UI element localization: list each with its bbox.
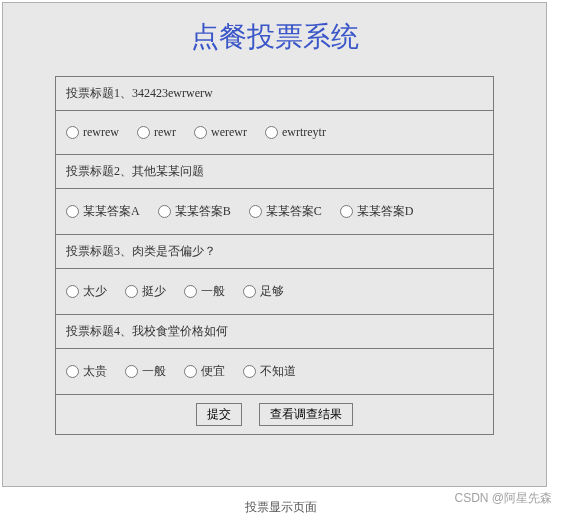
watermark: CSDN @阿星先森 [454, 490, 552, 507]
option-item[interactable]: 不知道 [243, 363, 296, 380]
option-item[interactable]: rewrew [66, 125, 119, 140]
options-row-4: 太贵 一般 便宜 不知道 [56, 349, 493, 395]
view-results-button[interactable]: 查看调查结果 [259, 403, 353, 426]
radio-input[interactable] [184, 285, 197, 298]
question-label-1: 投票标题1、342423ewrwerw [56, 77, 493, 111]
radio-input[interactable] [340, 205, 353, 218]
option-item[interactable]: 便宜 [184, 363, 225, 380]
option-label: 挺少 [142, 283, 166, 300]
radio-input[interactable] [243, 365, 256, 378]
radio-input[interactable] [125, 285, 138, 298]
radio-input[interactable] [243, 285, 256, 298]
option-item[interactable]: 足够 [243, 283, 284, 300]
page-title: 点餐投票系统 [3, 3, 546, 76]
radio-input[interactable] [66, 126, 79, 139]
question-label-4: 投票标题4、我校食堂价格如何 [56, 315, 493, 349]
button-row: 提交 查看调查结果 [56, 395, 493, 434]
option-item[interactable]: 一般 [184, 283, 225, 300]
radio-input[interactable] [137, 126, 150, 139]
radio-input[interactable] [66, 285, 79, 298]
radio-input[interactable] [125, 365, 138, 378]
option-item[interactable]: 太少 [66, 283, 107, 300]
option-label: rewrew [83, 125, 119, 140]
options-row-1: rewrew rewr werewr ewrtreytr [56, 111, 493, 155]
radio-input[interactable] [158, 205, 171, 218]
vote-form: 投票标题1、342423ewrwerw rewrew rewr werewr e… [55, 76, 494, 435]
submit-button[interactable]: 提交 [196, 403, 242, 426]
radio-input[interactable] [194, 126, 207, 139]
option-label: 某某答案B [175, 203, 231, 220]
option-label: 一般 [142, 363, 166, 380]
option-item[interactable]: 某某答案B [158, 203, 231, 220]
option-item[interactable]: 某某答案A [66, 203, 140, 220]
option-label: 某某答案A [83, 203, 140, 220]
option-label: 某某答案D [357, 203, 414, 220]
option-label: ewrtreytr [282, 125, 326, 140]
option-item[interactable]: 一般 [125, 363, 166, 380]
option-label: werewr [211, 125, 247, 140]
radio-input[interactable] [265, 126, 278, 139]
options-row-3: 太少 挺少 一般 足够 [56, 269, 493, 315]
option-label: 某某答案C [266, 203, 322, 220]
option-label: rewr [154, 125, 176, 140]
question-label-3: 投票标题3、肉类是否偏少？ [56, 235, 493, 269]
radio-input[interactable] [66, 205, 79, 218]
option-item[interactable]: werewr [194, 125, 247, 140]
option-item[interactable]: ewrtreytr [265, 125, 326, 140]
option-item[interactable]: 太贵 [66, 363, 107, 380]
option-label: 太贵 [83, 363, 107, 380]
radio-input[interactable] [249, 205, 262, 218]
options-row-2: 某某答案A 某某答案B 某某答案C 某某答案D [56, 189, 493, 235]
option-label: 不知道 [260, 363, 296, 380]
option-label: 太少 [83, 283, 107, 300]
option-item[interactable]: rewr [137, 125, 176, 140]
option-item[interactable]: 某某答案C [249, 203, 322, 220]
radio-input[interactable] [66, 365, 79, 378]
question-label-2: 投票标题2、其他某某问题 [56, 155, 493, 189]
option-label: 足够 [260, 283, 284, 300]
option-item[interactable]: 某某答案D [340, 203, 414, 220]
radio-input[interactable] [184, 365, 197, 378]
option-label: 一般 [201, 283, 225, 300]
option-label: 便宜 [201, 363, 225, 380]
option-item[interactable]: 挺少 [125, 283, 166, 300]
main-panel: 点餐投票系统 投票标题1、342423ewrwerw rewrew rewr w… [2, 2, 547, 487]
